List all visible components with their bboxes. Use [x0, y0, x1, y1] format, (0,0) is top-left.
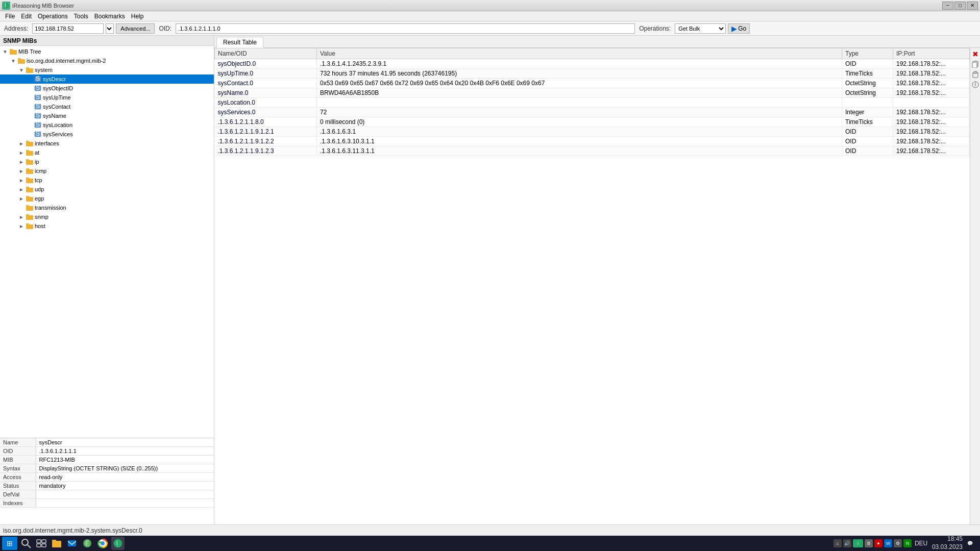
svg-point-61: [114, 539, 122, 547]
menu-item-file[interactable]: File: [2, 12, 18, 21]
result-table-scroll[interactable]: Name/OID Value Type IP:Port sysObjectID.…: [214, 48, 970, 524]
props-row: NamesysDescr: [0, 438, 214, 447]
table-row[interactable]: sysUpTime.0732 hours 37 minutes 41.95 se…: [215, 69, 970, 79]
menu-item-operations[interactable]: Operations: [35, 12, 71, 21]
cell-ip: 192.168.178.52:...: [893, 69, 970, 79]
tree-node-sysContact[interactable]: S sysContact: [0, 102, 214, 111]
oid-input[interactable]: [176, 23, 635, 34]
tray-icon-5[interactable]: ●: [874, 539, 883, 547]
menu-item-help[interactable]: Help: [128, 12, 147, 21]
outlook-icon[interactable]: [65, 537, 79, 550]
svg-rect-5: [18, 58, 21, 60]
cell-name: sysName.0: [215, 88, 317, 98]
go-button[interactable]: ▶ Go: [728, 23, 750, 34]
table-row[interactable]: .1.3.6.1.2.1.1.8.00 millisecond (0)TimeT…: [215, 117, 970, 127]
svg-rect-28: [26, 169, 33, 174]
tree-node-at[interactable]: ► at: [0, 148, 214, 157]
minimize-button[interactable]: −: [942, 2, 953, 10]
maximize-button[interactable]: □: [954, 2, 966, 10]
svg-point-48: [22, 539, 28, 545]
table-row[interactable]: sysName.0BRWD46A6AB1850BOctetString192.1…: [215, 88, 970, 98]
notification-icon[interactable]: 💬: [966, 539, 974, 547]
tree-node-sysUpTime[interactable]: S sysUpTime: [0, 93, 214, 102]
table-row[interactable]: .1.3.6.1.2.1.1.9.1.2.3.1.3.6.1.6.3.11.3.…: [215, 146, 970, 156]
browser-taskbar-icon[interactable]: E: [81, 537, 94, 550]
tree-node-tcp[interactable]: ► tcp: [0, 176, 214, 185]
table-row[interactable]: .1.3.6.1.2.1.1.9.1.2.1.1.3.6.1.6.3.1OID1…: [215, 127, 970, 137]
expand-icon: [17, 205, 26, 211]
tree-node-transmission[interactable]: transmission: [0, 203, 214, 212]
tray-icon-8[interactable]: N: [903, 539, 912, 547]
tree-node-host[interactable]: ► host: [0, 221, 214, 231]
chrome-icon[interactable]: [96, 537, 109, 550]
tray-icon-1[interactable]: ⌂: [834, 539, 842, 547]
props-row: SyntaxDisplayString (OCTET STRING) (SIZE…: [0, 464, 214, 473]
svg-text:S: S: [36, 94, 40, 101]
tree-node-udp[interactable]: ► udp: [0, 185, 214, 194]
window-title: iReasoning MIB Browser: [12, 3, 74, 9]
tree-node-sysServices[interactable]: S sysServices: [0, 130, 214, 139]
clock: 18:45 03.03.2023: [932, 535, 963, 551]
search-taskbar-icon[interactable]: [19, 537, 33, 550]
tree-node-sysName[interactable]: S sysName: [0, 111, 214, 120]
menu-item-edit[interactable]: Edit: [18, 12, 35, 21]
address-dropdown[interactable]: ▼: [106, 23, 114, 34]
cell-type: OID: [842, 59, 893, 69]
info-icon[interactable]: i: [971, 80, 980, 89]
tree-node-system[interactable]: ▼ system: [0, 65, 214, 74]
tree-node-iso[interactable]: ▼ iso.org.dod.internet.mgmt.mib-2: [0, 56, 214, 65]
close-button[interactable]: ✕: [967, 2, 978, 10]
paste-icon[interactable]: [971, 70, 980, 79]
cell-name: .1.3.6.1.2.1.1.8.0: [215, 117, 317, 127]
menu-item-tools[interactable]: Tools: [71, 12, 91, 21]
tree-node-snmp[interactable]: ► snmp: [0, 212, 214, 221]
error-icon[interactable]: ✖: [971, 49, 980, 59]
tree-node-ip[interactable]: ► ip: [0, 157, 214, 166]
tray-icon-6[interactable]: W: [884, 539, 892, 547]
advanced-button[interactable]: Advanced...: [116, 23, 155, 34]
operations-select[interactable]: Get Bulk: [675, 23, 726, 34]
tree-node-label: udp: [35, 186, 44, 192]
table-row[interactable]: sysLocation.0: [215, 98, 970, 108]
tab-result-table[interactable]: Result Table: [216, 37, 263, 48]
tree-node-egp[interactable]: ► egp: [0, 194, 214, 203]
tree-node-sysObjectID[interactable]: S sysObjectID: [0, 84, 214, 93]
svg-text:S: S: [36, 104, 40, 110]
cell-value: 72: [317, 108, 842, 117]
copy-icon[interactable]: [971, 60, 980, 69]
menu-item-bookmarks[interactable]: Bookmarks: [91, 12, 128, 21]
svg-rect-56: [68, 540, 76, 546]
table-row[interactable]: sysServices.072Integer192.168.178.52:...: [215, 108, 970, 117]
tree-node-mib-tree[interactable]: ▼ MIB Tree: [0, 47, 214, 56]
props-value: sysDescr: [36, 438, 214, 447]
cell-name: .1.3.6.1.2.1.1.9.1.2.3: [215, 146, 317, 156]
tree-area[interactable]: ▼ MIB Tree ▼ iso.org.dod.internet.mgmt.m…: [0, 46, 214, 438]
tree-node-icmp[interactable]: ► icmp: [0, 166, 214, 176]
table-row[interactable]: .1.3.6.1.2.1.1.9.1.2.2.1.3.6.1.6.3.10.3.…: [215, 137, 970, 146]
table-row[interactable]: sysContact.00x53 0x69 0x65 0x67 0x66 0x7…: [215, 79, 970, 88]
tray-icon-2[interactable]: 🔊: [843, 539, 851, 547]
file-explorer-icon[interactable]: [50, 537, 63, 550]
props-value: mandatory: [36, 482, 214, 490]
expand-icon: ►: [17, 168, 26, 174]
tree-folder-icon: [9, 48, 17, 55]
start-button[interactable]: ⊞: [2, 537, 17, 550]
mib-browser-taskbar-icon[interactable]: i: [111, 537, 125, 550]
tree-folder-icon: [26, 167, 34, 174]
tree-node-label: tcp: [35, 177, 42, 183]
svg-rect-22: [26, 142, 33, 146]
address-input[interactable]: [32, 23, 104, 34]
cell-type: TimeTicks: [842, 117, 893, 127]
svg-rect-38: [26, 215, 33, 220]
tray-icon-3[interactable]: i: [853, 539, 863, 547]
tree-node-label: host: [35, 223, 45, 229]
table-row[interactable]: sysObjectID.0.1.3.6.1.4.1.2435.2.3.9.1OI…: [215, 59, 970, 69]
expand-icon: ►: [17, 141, 26, 146]
taskview-icon[interactable]: [35, 537, 48, 550]
tray-icon-4[interactable]: B: [865, 539, 873, 547]
tree-node-sysDescr[interactable]: S sysDescr: [0, 74, 214, 84]
tree-node-sysLocation[interactable]: S sysLocation: [0, 120, 214, 130]
cell-name: .1.3.6.1.2.1.1.9.1.2.1: [215, 127, 317, 137]
tree-node-interfaces[interactable]: ► interfaces: [0, 139, 214, 148]
tray-icon-7[interactable]: ⚙: [894, 539, 902, 547]
